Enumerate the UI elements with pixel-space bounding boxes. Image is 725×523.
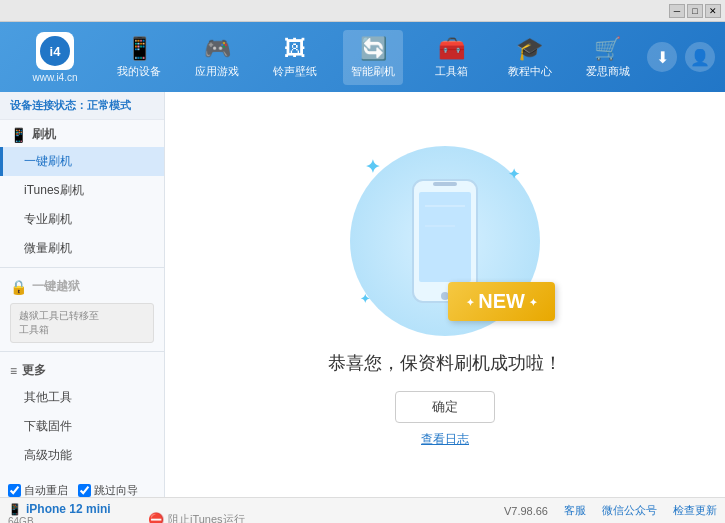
svg-text:i4: i4: [50, 44, 62, 59]
user-button[interactable]: 👤: [685, 42, 715, 72]
advanced-label: 高级功能: [24, 448, 72, 462]
auto-restart-input[interactable]: [8, 484, 21, 497]
nav-tutorial[interactable]: 🎓 教程中心: [500, 30, 560, 85]
sparkle-3: ✦: [360, 292, 370, 306]
download-firmware-label: 下载固件: [24, 419, 72, 433]
tutorial-icon: 🎓: [516, 36, 543, 62]
wallpaper-icon: 🖼: [284, 36, 306, 62]
nav-toolbox-label: 工具箱: [435, 64, 468, 79]
nav-wallpaper[interactable]: 🖼 铃声壁纸: [265, 30, 325, 85]
tiny-flash-label: 微量刷机: [24, 241, 72, 255]
apps-games-icon: 🎮: [204, 36, 231, 62]
nav-bar: 📱 我的设备 🎮 应用游戏 🖼 铃声壁纸 🔄 智能刷机 🧰 工具箱 🎓 教程中心…: [100, 30, 647, 85]
bottom-bar: 自动重启 跳过向导 📱 iPhone 12 mini 64GB Down-12m…: [0, 497, 725, 523]
nav-tutorial-label: 教程中心: [508, 64, 552, 79]
itunes-flash-label: iTunes刷机: [24, 183, 84, 197]
nav-apps-games-label: 应用游戏: [195, 64, 239, 79]
nav-shop-label: 爱思商城: [586, 64, 630, 79]
device-name: iPhone 12 mini: [26, 502, 111, 516]
version-text: V7.98.66: [504, 505, 548, 517]
skip-wizard-checkbox[interactable]: 跳过向导: [78, 483, 138, 498]
flash-section-label: 📱 刷机: [0, 120, 164, 147]
device-storage: 64GB: [8, 516, 138, 523]
stop-itunes: ⛔ 阻止iTunes运行: [148, 512, 245, 523]
toolbox-icon: 🧰: [438, 36, 465, 62]
sidebar-item-pro-flash[interactable]: 专业刷机: [0, 205, 164, 234]
header-right: ⬇ 👤: [647, 42, 715, 72]
device-icon: 📱: [8, 503, 22, 516]
my-device-icon: 📱: [126, 36, 153, 62]
illustration: ✦ ✦ ✦ NEW: [345, 141, 545, 341]
jailbreak-notice: 越狱工具已转移至工具箱: [10, 303, 154, 343]
minimize-button[interactable]: ─: [669, 4, 685, 18]
flash-section-icon: 📱: [10, 127, 27, 143]
nav-smart-flash[interactable]: 🔄 智能刷机: [343, 30, 403, 85]
other-tools-label: 其他工具: [24, 390, 72, 404]
stop-itunes-icon: ⛔: [148, 512, 164, 523]
jailbreak-label: 一键越狱: [32, 278, 80, 295]
success-text: 恭喜您，保资料刷机成功啦！: [328, 351, 562, 375]
status-bar: 设备连接状态：正常模式: [0, 92, 164, 120]
more-section-label: ≡ 更多: [0, 356, 164, 383]
header: i4 www.i4.cn 📱 我的设备 🎮 应用游戏 🖼 铃声壁纸 🔄 智能刷机…: [0, 22, 725, 92]
nav-my-device-label: 我的设备: [117, 64, 161, 79]
stop-itunes-label: 阻止iTunes运行: [168, 512, 245, 523]
auto-restart-label: 自动重启: [24, 483, 68, 498]
sidebar-item-tiny-flash[interactable]: 微量刷机: [0, 234, 164, 263]
auto-restart-checkbox[interactable]: 自动重启: [8, 483, 68, 498]
flash-section-text: 刷机: [32, 126, 56, 143]
sidebar: 设备连接状态：正常模式 📱 刷机 一键刷机 iTunes刷机 专业刷机 微量刷机…: [0, 92, 165, 497]
skip-wizard-input[interactable]: [78, 484, 91, 497]
sidebar-item-advanced[interactable]: 高级功能: [0, 441, 164, 470]
logo-icon: i4: [36, 32, 74, 70]
shop-icon: 🛒: [594, 36, 621, 62]
sidebar-item-itunes-flash[interactable]: iTunes刷机: [0, 176, 164, 205]
jailbreak-section-label: 🔒 一键越狱: [0, 272, 164, 299]
smart-flash-icon: 🔄: [360, 36, 387, 62]
status-value: 正常模式: [87, 99, 131, 111]
logo-url: www.i4.cn: [32, 72, 77, 83]
content-area: ✦ ✦ ✦ NEW 恭喜您，保资料刷机成功啦！ 确定 查看日志: [165, 92, 725, 497]
close-button[interactable]: ✕: [705, 4, 721, 18]
try-again-link[interactable]: 查看日志: [421, 431, 469, 448]
divider-2: [0, 351, 164, 352]
divider-1: [0, 267, 164, 268]
skip-wizard-label: 跳过向导: [94, 483, 138, 498]
nav-toolbox[interactable]: 🧰 工具箱: [422, 30, 482, 85]
sidebar-item-other-tools[interactable]: 其他工具: [0, 383, 164, 412]
jailbreak-notice-text: 越狱工具已转移至工具箱: [19, 310, 99, 335]
sidebar-item-one-click-flash[interactable]: 一键刷机: [0, 147, 164, 176]
nav-smart-flash-label: 智能刷机: [351, 64, 395, 79]
nav-apps-games[interactable]: 🎮 应用游戏: [187, 30, 247, 85]
maximize-button[interactable]: □: [687, 4, 703, 18]
nav-my-device[interactable]: 📱 我的设备: [109, 30, 169, 85]
jailbreak-icon: 🔒: [10, 279, 27, 295]
logo-area: i4 www.i4.cn: [10, 32, 100, 83]
sparkle-2: ✦: [508, 166, 520, 182]
pro-flash-label: 专业刷机: [24, 212, 72, 226]
download-button[interactable]: ⬇: [647, 42, 677, 72]
status-label: 设备连接状态：: [10, 99, 87, 111]
customer-service-link[interactable]: 客服: [564, 503, 586, 518]
sidebar-item-download-firmware[interactable]: 下载固件: [0, 412, 164, 441]
nav-wallpaper-label: 铃声壁纸: [273, 64, 317, 79]
check-update-link[interactable]: 检查更新: [673, 503, 717, 518]
bottom-right: V7.98.66 客服 微信公众号 检查更新: [504, 503, 717, 518]
nav-shop[interactable]: 🛒 爱思商城: [578, 30, 638, 85]
window-controls: ─ □ ✕: [669, 4, 721, 18]
svg-rect-4: [433, 182, 457, 186]
title-bar: ─ □ ✕: [0, 0, 725, 22]
wechat-official-link[interactable]: 微信公众号: [602, 503, 657, 518]
more-section-text: 更多: [22, 362, 46, 379]
sparkle-1: ✦: [365, 156, 380, 178]
more-section-icon: ≡: [10, 364, 17, 378]
one-click-flash-label: 一键刷机: [24, 154, 72, 168]
device-info: 📱 iPhone 12 mini 64GB Down-12mini-13,1: [8, 502, 138, 523]
main-wrapper: 设备连接状态：正常模式 📱 刷机 一键刷机 iTunes刷机 专业刷机 微量刷机…: [0, 92, 725, 497]
new-ribbon: NEW: [448, 282, 555, 321]
confirm-button[interactable]: 确定: [395, 391, 495, 423]
